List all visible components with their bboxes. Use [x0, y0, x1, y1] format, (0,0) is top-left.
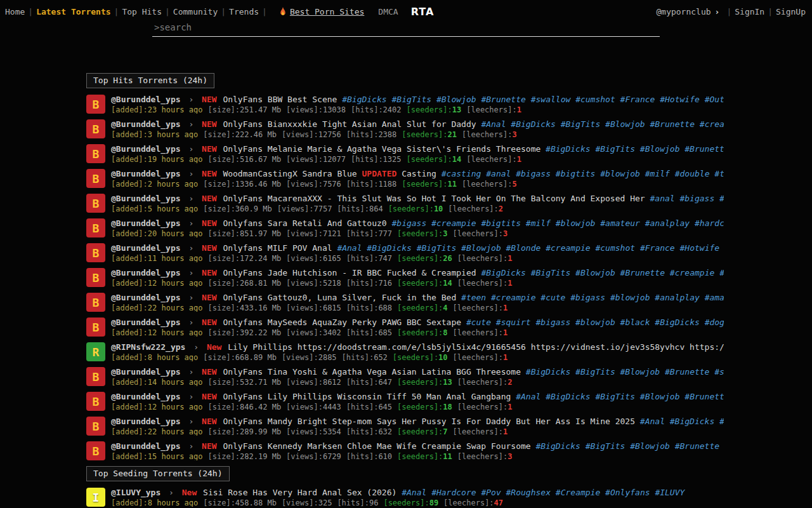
tag-link[interactable]: #creampie [700, 119, 724, 129]
tag-link[interactable]: #Brunette [675, 441, 719, 451]
avatar[interactable]: B [86, 119, 105, 138]
avatar[interactable]: B [86, 441, 105, 460]
avatar[interactable]: B [86, 169, 105, 188]
tag-link[interactable]: #teen [461, 293, 486, 302]
tag-link[interactable]: #blowjob [610, 293, 650, 302]
row-title[interactable]: @Burunddel_yps › NEW WoodmanCastingX San… [111, 169, 724, 179]
tag-link[interactable]: #BigDicks [546, 144, 590, 154]
uploader-link[interactable]: @Burunddel_yps [111, 268, 181, 277]
tag-link[interactable]: #doggystyle [705, 318, 724, 327]
account-link[interactable]: @mypornclub [656, 7, 710, 17]
tag-link[interactable]: #casting [442, 169, 481, 178]
tag-link[interactable]: #Blowjob [640, 144, 680, 154]
row-title[interactable]: @Burunddel_yps › NEW Onlyfans MaySeeds A… [111, 318, 724, 328]
uploader-link[interactable]: @Burunddel_yps [111, 392, 181, 401]
tag-link[interactable]: #BigDicks [511, 119, 555, 129]
tag-link[interactable]: #BigDicks [526, 367, 570, 377]
tag-link[interactable]: #Hotwife [660, 95, 700, 104]
tag-link[interactable]: #creampie [546, 243, 590, 253]
tag-link[interactable]: #Hardcore [431, 488, 476, 497]
row-title[interactable]: @ILUVY_yps › New Sisi Rose Has Very Hard… [111, 488, 724, 498]
tag-link[interactable]: #bigass [535, 318, 570, 327]
avatar[interactable]: B [86, 144, 105, 163]
uploader-link[interactable]: @Burunddel_yps [111, 95, 181, 104]
tag-link[interactable]: #amateur [600, 218, 640, 228]
tag-link[interactable]: #BigTits [586, 441, 625, 451]
uploader-link[interactable]: @Burunddel_yps [111, 194, 181, 203]
tag-link[interactable]: #creampie [491, 293, 535, 302]
tag-link[interactable]: #BigDicks [546, 392, 590, 401]
tag-link[interactable]: #Creampie [556, 488, 600, 497]
tag-link[interactable]: #amateur [705, 293, 724, 302]
uploader-link[interactable]: @Burunddel_yps [111, 144, 181, 154]
tag-link[interactable]: #Brunette [684, 392, 724, 401]
row-title[interactable]: @Burunddel_yps › NEW OnlyFans Gattouz0, … [111, 293, 724, 303]
tag-link[interactable]: #Roughsex [506, 488, 551, 497]
tag-link[interactable]: #squirt [496, 318, 531, 327]
tag-link[interactable]: #Anal [481, 119, 506, 129]
tag-link[interactable]: #BigDicks [481, 268, 525, 277]
avatar[interactable]: B [86, 268, 105, 287]
tag-link[interactable]: #swallow [531, 95, 571, 104]
tag-link[interactable]: #Blowjob [575, 268, 615, 277]
avatar[interactable]: B [86, 392, 105, 411]
tag-link[interactable]: #hardcore [695, 218, 724, 228]
tag-link[interactable]: #Anal [516, 392, 540, 401]
avatar[interactable]: B [86, 218, 105, 237]
row-title[interactable]: @Burunddel_yps › NEW OnlyFans Mandy Brig… [111, 417, 724, 427]
tag-link[interactable]: #BigTits [575, 367, 615, 377]
uploader-link[interactable]: @RIPNsfw222_yps [111, 342, 185, 352]
tag-link[interactable]: #bigtits [556, 169, 596, 178]
tag-link[interactable]: #France [719, 268, 724, 277]
tag-link[interactable]: #BigTits [531, 268, 571, 277]
tag-link[interactable]: #black [620, 318, 650, 327]
uploader-link[interactable]: @Burunddel_yps [111, 218, 181, 228]
tag-link[interactable]: #Blonde [506, 243, 541, 253]
tag-link[interactable]: #anal [486, 169, 511, 178]
tag-link[interactable]: #Blowjob [640, 392, 680, 401]
tag-link[interactable]: #BigDicks [535, 441, 580, 451]
nav-item[interactable]: Community [173, 7, 218, 17]
row-title[interactable]: @Burunddel_yps › NEW OnlyFans Kennedy Ma… [111, 441, 724, 451]
dmca-link[interactable]: DMCA [378, 7, 398, 17]
avatar[interactable]: B [86, 318, 105, 337]
tag-link[interactable]: #Brunette [620, 268, 665, 277]
nav-item[interactable]: Latest Torrents [36, 7, 110, 17]
avatar[interactable]: B [86, 293, 105, 312]
tag-link[interactable]: #Brunette [481, 95, 525, 104]
avatar[interactable]: B [86, 417, 105, 436]
tag-link[interactable]: #threesome… [714, 169, 724, 178]
tag-link[interactable]: #Blowjob [630, 441, 670, 451]
row-title[interactable]: @Burunddel_yps › NEW OnlyFans Jade Hutch… [111, 268, 724, 278]
tag-link[interactable]: #Blowjob [461, 243, 501, 253]
tag-link[interactable]: #cumshot [575, 95, 615, 104]
tag-link[interactable]: #analplay [645, 218, 690, 228]
tag-link[interactable]: #BigTits [417, 243, 457, 253]
tag-link[interactable]: #analplay [655, 293, 699, 302]
uploader-link[interactable]: @Burunddel_yps [111, 119, 181, 129]
tag-link[interactable]: #double [675, 169, 710, 178]
uploader-link[interactable]: @Burunddel_yps [111, 293, 181, 302]
row-title[interactable]: @Burunddel_yps › NEW OnlyFans Lily Phill… [111, 392, 724, 402]
row-title[interactable]: @Burunddel_yps › NEW Onlyfans Sara Retal… [111, 218, 724, 229]
tag-link[interactable]: #interrac… [719, 194, 724, 203]
tag-link[interactable]: #bigass [570, 293, 605, 302]
uploader-link[interactable]: @ILUVY_yps [111, 488, 160, 497]
tag-link[interactable]: #milf [526, 218, 551, 228]
tag-link[interactable]: #BigDicks [367, 243, 411, 253]
uploader-link[interactable]: @Burunddel_yps [111, 243, 181, 253]
tag-link[interactable]: #Anal [640, 417, 665, 426]
signin-link[interactable]: SignIn [735, 7, 764, 17]
tag-link[interactable]: #BigTits [595, 392, 635, 401]
signup-link[interactable]: SignUp [776, 7, 806, 17]
tag-link[interactable]: #France [620, 95, 655, 104]
row-title[interactable]: @Burunddel_yps › NEW OnlyFans Bianxxxkie… [111, 119, 724, 130]
tag-link[interactable]: #blowjob [575, 318, 615, 327]
tag-link[interactable]: #bigass [391, 218, 426, 228]
tag-link[interactable]: #Anal [337, 243, 362, 253]
tag-link[interactable]: #BigDicks [342, 95, 386, 104]
tag-link[interactable]: #bigtits [481, 218, 521, 228]
tag-link[interactable]: #BigDicks [670, 417, 714, 426]
tag-link[interactable]: #Onlyfans [605, 488, 650, 497]
avatar[interactable]: B [86, 194, 105, 213]
